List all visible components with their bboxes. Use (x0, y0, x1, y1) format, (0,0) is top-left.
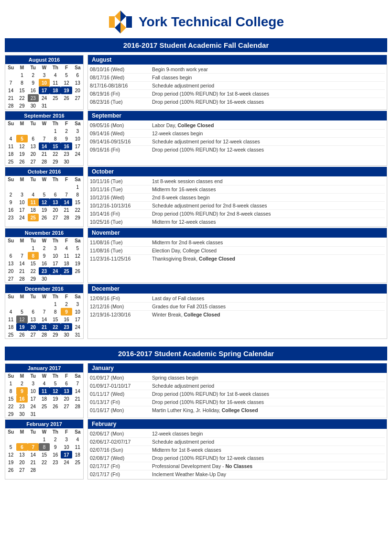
calendar-day: 6 (28, 308, 39, 316)
calendar-day (5, 436, 16, 443)
day-header: Sa (72, 428, 83, 436)
event-row: 08/17/16 (Wed)Fall classes begin (90, 74, 385, 82)
calendar-day: 1 (5, 380, 16, 387)
calendar-day: 7 (39, 135, 50, 142)
calendar-day (61, 275, 72, 283)
calendar-day: 27 (61, 403, 72, 410)
calendar-day: 24 (50, 267, 61, 275)
event-desc: Drop period (100% REFUND) for 2nd 8-week… (152, 211, 271, 217)
calendar-day (50, 410, 61, 418)
calendar-day: 15 (39, 451, 50, 458)
svg-marker-0 (120, 11, 126, 22)
calendar-day: 7 (61, 191, 72, 198)
calendar-day: 30 (28, 102, 39, 109)
calendar-day: 2 (16, 380, 27, 387)
calendar-day: 24 (39, 94, 50, 102)
svg-marker-1 (115, 11, 120, 22)
calendar-day: 14 (39, 142, 50, 150)
calendar-day: 1 (50, 127, 61, 135)
calendar-day: 20 (28, 150, 39, 158)
calendar-day (61, 410, 72, 418)
calendar-day: 11 (39, 387, 50, 395)
calendar-day: 1 (16, 71, 27, 79)
calendar-day: 17 (39, 87, 50, 94)
calendar-day: 6 (5, 252, 16, 260)
events-body: 10/11/16 (Tue)1st 8-week session classes… (88, 176, 387, 227)
day-header: W (39, 293, 50, 300)
calendar-day: 10 (72, 135, 83, 142)
calendar-day (16, 300, 27, 308)
event-row: 12/19/16-12/30/16Winter Break, College C… (90, 311, 385, 318)
month-row: November 2016SuMTuWThFSa1234567891011121… (5, 228, 387, 283)
calendar-day: 16 (61, 316, 72, 323)
calendar-day: 9 (28, 79, 39, 87)
event-desc: Last day of Fall classes (152, 295, 204, 301)
calendar-day: 6 (28, 135, 39, 142)
calendar-day: 15 (16, 87, 27, 94)
calendar-day (50, 183, 61, 191)
page-header: York Technical College (5, 5, 387, 38)
events-panel: November11/08/16 (Tue)Midterm for 2nd 8-… (87, 228, 387, 283)
event-date: 08/10/16 (Wed) (90, 66, 147, 72)
calendar-day: 29 (16, 102, 27, 109)
calendar-day: 12 (50, 387, 61, 395)
calendar-day: 23 (50, 458, 61, 466)
calendar-day (50, 102, 61, 109)
calendar-day: 18 (61, 260, 72, 267)
event-desc: Drop period (100% REFUND) for 16-week cl… (152, 399, 264, 405)
calendar-day: 25 (61, 267, 72, 275)
month-header: October 2016 (5, 167, 83, 176)
calendar-day: 3 (16, 191, 27, 198)
event-date: 11/08/16 (Tue) (90, 248, 147, 253)
event-desc: Drop period (100% REFUND) for 1st 8-week… (152, 91, 269, 97)
day-header: Sa (72, 237, 83, 244)
svg-marker-5 (126, 16, 132, 28)
event-date: 08/17/16 (Wed) (90, 75, 147, 80)
event-date: 11/08/16 (Tue) (90, 240, 147, 245)
calendar-day: 29 (5, 410, 16, 418)
events-month-label: February (88, 419, 387, 429)
event-row: 8/17/16-08/18/16Schedule adjustment peri… (90, 82, 385, 90)
events-month-label: August (88, 55, 387, 65)
month-row: February 2017SuMTuWThFSa1234567891011121… (5, 419, 387, 480)
month-row: September 2016SuMTuWThFSa123456789101112… (5, 111, 387, 166)
calendar-day: 5 (5, 443, 16, 451)
calendar-day: 18 (39, 395, 50, 403)
calendar-day: 8 (39, 443, 50, 451)
mini-calendar: October 2016SuMTuWThFSa12345678910111213… (5, 167, 84, 227)
calendar-day: 17 (72, 142, 83, 150)
calendar-day: 10 (39, 79, 50, 87)
day-header: Tu (28, 64, 39, 71)
day-header: W (39, 176, 50, 183)
events-month-label: January (88, 363, 387, 373)
calendar-day: 28 (72, 403, 83, 410)
calendar-day: 4 (28, 191, 39, 198)
events-body: 02/06/17 (Mon)12-week classes begin02/06… (88, 429, 387, 479)
calendar-day: 2 (50, 436, 61, 443)
day-header: Sa (72, 372, 83, 380)
event-desc: 12-week classes begin (152, 131, 203, 136)
events-month-label: October (88, 167, 387, 176)
calendar-day: 14 (16, 260, 27, 267)
calendar-day: 27 (72, 94, 83, 102)
calendar-day: 25 (50, 94, 61, 102)
spring-section-title: 2016-2017 Student Academic Spring Calend… (5, 347, 387, 360)
event-desc: Labor Day, College Closed (152, 122, 214, 128)
day-header: Su (5, 293, 16, 300)
month-row: December 2016SuMTuWThFSa1234567891011121… (5, 284, 387, 339)
calendar-day: 29 (72, 214, 83, 221)
calendar-day: 6 (50, 191, 61, 198)
event-row: 11/08/16 (Tue)Midterm for 2nd 8-week cla… (90, 239, 385, 247)
calendar-day: 1 (39, 436, 50, 443)
event-date: 8/17/16-08/18/16 (90, 83, 147, 88)
calendar-day: 19 (50, 395, 61, 403)
calendar-day (5, 183, 16, 191)
calendar-day: 29 (50, 331, 61, 338)
event-desc: Midterm for 1st 8-week classes (152, 447, 221, 453)
calendar-day: 24 (61, 458, 72, 466)
event-row: 10/11/16 (Tue)Midterm for 16-week classe… (90, 185, 385, 194)
calendar-day: 22 (28, 267, 39, 275)
calendar-day: 1 (28, 244, 39, 252)
day-header: Tu (28, 428, 39, 436)
calendar-day: 26 (16, 331, 27, 338)
